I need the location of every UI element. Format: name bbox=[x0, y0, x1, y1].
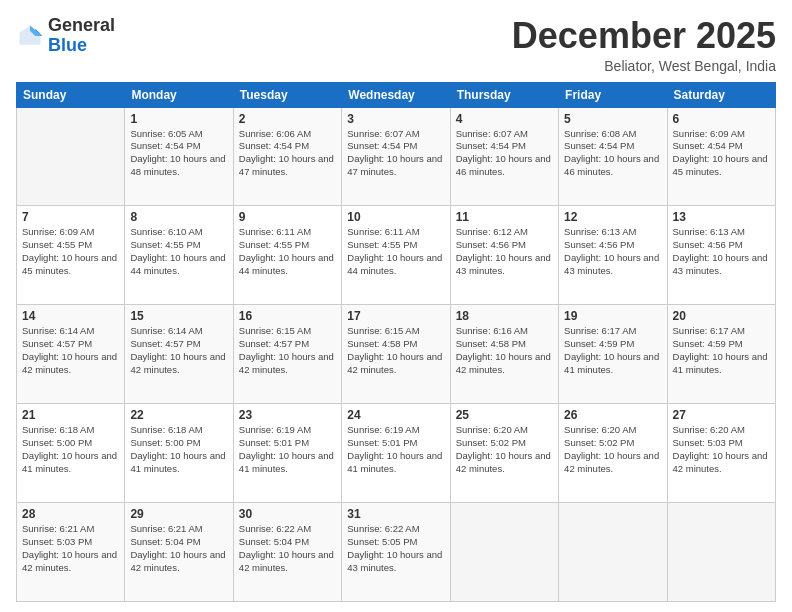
table-row: 31 Sunrise: 6:22 AM Sunset: 5:05 PM Dayl… bbox=[342, 503, 450, 602]
calendar-week-row: 7 Sunrise: 6:09 AM Sunset: 4:55 PM Dayli… bbox=[17, 206, 776, 305]
day-info: Sunrise: 6:13 AM Sunset: 4:56 PM Dayligh… bbox=[564, 226, 661, 277]
calendar-week-row: 1 Sunrise: 6:05 AM Sunset: 4:54 PM Dayli… bbox=[17, 107, 776, 206]
sunset-text: Sunset: 4:55 PM bbox=[239, 239, 309, 250]
sunset-text: Sunset: 5:02 PM bbox=[564, 437, 634, 448]
daylight-text: Daylight: 10 hours and 42 minutes. bbox=[456, 450, 551, 474]
day-number: 7 bbox=[22, 210, 119, 224]
daylight-text: Daylight: 10 hours and 42 minutes. bbox=[673, 450, 768, 474]
table-row bbox=[450, 503, 558, 602]
table-row: 28 Sunrise: 6:21 AM Sunset: 5:03 PM Dayl… bbox=[17, 503, 125, 602]
day-number: 23 bbox=[239, 408, 336, 422]
table-row: 18 Sunrise: 6:16 AM Sunset: 4:58 PM Dayl… bbox=[450, 305, 558, 404]
sunrise-text: Sunrise: 6:13 AM bbox=[673, 226, 745, 237]
sunrise-text: Sunrise: 6:17 AM bbox=[564, 325, 636, 336]
page: General Blue December 2025 Beliator, Wes… bbox=[0, 0, 792, 612]
daylight-text: Daylight: 10 hours and 43 minutes. bbox=[456, 252, 551, 276]
daylight-text: Daylight: 10 hours and 42 minutes. bbox=[130, 351, 225, 375]
sunrise-text: Sunrise: 6:16 AM bbox=[456, 325, 528, 336]
day-info: Sunrise: 6:14 AM Sunset: 4:57 PM Dayligh… bbox=[22, 325, 119, 376]
sunrise-text: Sunrise: 6:18 AM bbox=[130, 424, 202, 435]
day-info: Sunrise: 6:15 AM Sunset: 4:57 PM Dayligh… bbox=[239, 325, 336, 376]
location: Beliator, West Bengal, India bbox=[512, 58, 776, 74]
sunset-text: Sunset: 4:57 PM bbox=[130, 338, 200, 349]
table-row: 1 Sunrise: 6:05 AM Sunset: 4:54 PM Dayli… bbox=[125, 107, 233, 206]
table-row: 4 Sunrise: 6:07 AM Sunset: 4:54 PM Dayli… bbox=[450, 107, 558, 206]
logo-general-text: General bbox=[48, 15, 115, 35]
table-row: 14 Sunrise: 6:14 AM Sunset: 4:57 PM Dayl… bbox=[17, 305, 125, 404]
table-row bbox=[17, 107, 125, 206]
month-title: December 2025 bbox=[512, 16, 776, 56]
logo-blue-text: Blue bbox=[48, 35, 87, 55]
sunset-text: Sunset: 5:03 PM bbox=[22, 536, 92, 547]
daylight-text: Daylight: 10 hours and 41 minutes. bbox=[673, 351, 768, 375]
sunrise-text: Sunrise: 6:10 AM bbox=[130, 226, 202, 237]
sunrise-text: Sunrise: 6:21 AM bbox=[22, 523, 94, 534]
sunset-text: Sunset: 4:59 PM bbox=[564, 338, 634, 349]
day-number: 21 bbox=[22, 408, 119, 422]
daylight-text: Daylight: 10 hours and 41 minutes. bbox=[347, 450, 442, 474]
day-info: Sunrise: 6:20 AM Sunset: 5:02 PM Dayligh… bbox=[456, 424, 553, 475]
daylight-text: Daylight: 10 hours and 45 minutes. bbox=[673, 153, 768, 177]
table-row: 27 Sunrise: 6:20 AM Sunset: 5:03 PM Dayl… bbox=[667, 404, 775, 503]
col-thursday: Thursday bbox=[450, 82, 558, 107]
daylight-text: Daylight: 10 hours and 41 minutes. bbox=[22, 450, 117, 474]
table-row: 10 Sunrise: 6:11 AM Sunset: 4:55 PM Dayl… bbox=[342, 206, 450, 305]
day-info: Sunrise: 6:21 AM Sunset: 5:04 PM Dayligh… bbox=[130, 523, 227, 574]
day-info: Sunrise: 6:10 AM Sunset: 4:55 PM Dayligh… bbox=[130, 226, 227, 277]
table-row: 3 Sunrise: 6:07 AM Sunset: 4:54 PM Dayli… bbox=[342, 107, 450, 206]
sunrise-text: Sunrise: 6:18 AM bbox=[22, 424, 94, 435]
sunset-text: Sunset: 5:00 PM bbox=[22, 437, 92, 448]
sunset-text: Sunset: 4:56 PM bbox=[456, 239, 526, 250]
day-info: Sunrise: 6:15 AM Sunset: 4:58 PM Dayligh… bbox=[347, 325, 444, 376]
calendar-week-row: 28 Sunrise: 6:21 AM Sunset: 5:03 PM Dayl… bbox=[17, 503, 776, 602]
calendar-table: Sunday Monday Tuesday Wednesday Thursday… bbox=[16, 82, 776, 602]
day-number: 25 bbox=[456, 408, 553, 422]
daylight-text: Daylight: 10 hours and 42 minutes. bbox=[456, 351, 551, 375]
day-number: 30 bbox=[239, 507, 336, 521]
table-row: 22 Sunrise: 6:18 AM Sunset: 5:00 PM Dayl… bbox=[125, 404, 233, 503]
table-row: 15 Sunrise: 6:14 AM Sunset: 4:57 PM Dayl… bbox=[125, 305, 233, 404]
day-number: 2 bbox=[239, 112, 336, 126]
sunrise-text: Sunrise: 6:20 AM bbox=[456, 424, 528, 435]
day-number: 16 bbox=[239, 309, 336, 323]
sunrise-text: Sunrise: 6:09 AM bbox=[673, 128, 745, 139]
table-row: 5 Sunrise: 6:08 AM Sunset: 4:54 PM Dayli… bbox=[559, 107, 667, 206]
table-row: 13 Sunrise: 6:13 AM Sunset: 4:56 PM Dayl… bbox=[667, 206, 775, 305]
col-friday: Friday bbox=[559, 82, 667, 107]
day-info: Sunrise: 6:19 AM Sunset: 5:01 PM Dayligh… bbox=[347, 424, 444, 475]
sunrise-text: Sunrise: 6:09 AM bbox=[22, 226, 94, 237]
table-row: 19 Sunrise: 6:17 AM Sunset: 4:59 PM Dayl… bbox=[559, 305, 667, 404]
table-row bbox=[667, 503, 775, 602]
daylight-text: Daylight: 10 hours and 42 minutes. bbox=[564, 450, 659, 474]
table-row: 9 Sunrise: 6:11 AM Sunset: 4:55 PM Dayli… bbox=[233, 206, 341, 305]
day-info: Sunrise: 6:05 AM Sunset: 4:54 PM Dayligh… bbox=[130, 128, 227, 179]
calendar-week-row: 14 Sunrise: 6:14 AM Sunset: 4:57 PM Dayl… bbox=[17, 305, 776, 404]
col-sunday: Sunday bbox=[17, 82, 125, 107]
sunset-text: Sunset: 5:05 PM bbox=[347, 536, 417, 547]
sunrise-text: Sunrise: 6:15 AM bbox=[239, 325, 311, 336]
day-info: Sunrise: 6:13 AM Sunset: 4:56 PM Dayligh… bbox=[673, 226, 770, 277]
day-number: 31 bbox=[347, 507, 444, 521]
table-row: 12 Sunrise: 6:13 AM Sunset: 4:56 PM Dayl… bbox=[559, 206, 667, 305]
daylight-text: Daylight: 10 hours and 44 minutes. bbox=[130, 252, 225, 276]
daylight-text: Daylight: 10 hours and 42 minutes. bbox=[22, 351, 117, 375]
daylight-text: Daylight: 10 hours and 42 minutes. bbox=[347, 351, 442, 375]
sunrise-text: Sunrise: 6:14 AM bbox=[22, 325, 94, 336]
col-monday: Monday bbox=[125, 82, 233, 107]
day-number: 20 bbox=[673, 309, 770, 323]
day-info: Sunrise: 6:20 AM Sunset: 5:02 PM Dayligh… bbox=[564, 424, 661, 475]
sunrise-text: Sunrise: 6:11 AM bbox=[239, 226, 311, 237]
sunrise-text: Sunrise: 6:14 AM bbox=[130, 325, 202, 336]
title-block: December 2025 Beliator, West Bengal, Ind… bbox=[512, 16, 776, 74]
sunrise-text: Sunrise: 6:20 AM bbox=[564, 424, 636, 435]
calendar-week-row: 21 Sunrise: 6:18 AM Sunset: 5:00 PM Dayl… bbox=[17, 404, 776, 503]
daylight-text: Daylight: 10 hours and 42 minutes. bbox=[239, 549, 334, 573]
day-info: Sunrise: 6:08 AM Sunset: 4:54 PM Dayligh… bbox=[564, 128, 661, 179]
table-row: 20 Sunrise: 6:17 AM Sunset: 4:59 PM Dayl… bbox=[667, 305, 775, 404]
col-wednesday: Wednesday bbox=[342, 82, 450, 107]
day-info: Sunrise: 6:14 AM Sunset: 4:57 PM Dayligh… bbox=[130, 325, 227, 376]
day-number: 8 bbox=[130, 210, 227, 224]
day-info: Sunrise: 6:17 AM Sunset: 4:59 PM Dayligh… bbox=[673, 325, 770, 376]
col-tuesday: Tuesday bbox=[233, 82, 341, 107]
day-number: 12 bbox=[564, 210, 661, 224]
